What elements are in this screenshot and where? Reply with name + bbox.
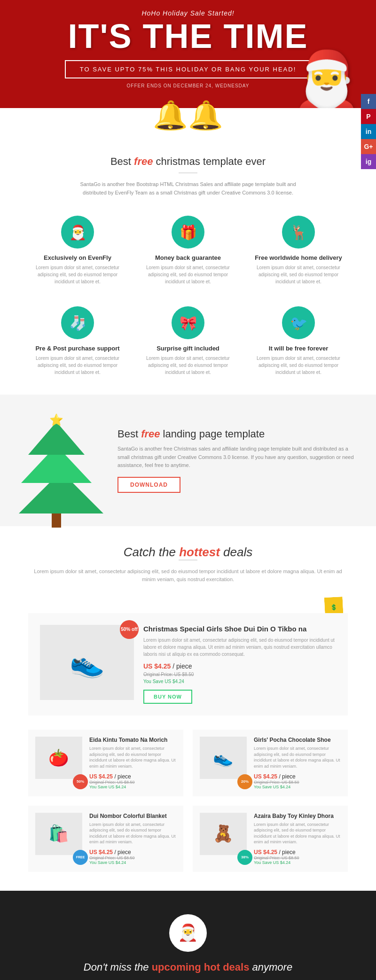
featured-discount-badge: 50% off: [120, 620, 139, 639]
feature-item-5: 🎀 Surprise gift included Lorem ipsum dol…: [139, 302, 237, 381]
feature-title-4: Pre & Post purchase support: [33, 345, 122, 352]
landing-title: Best free landing page template: [118, 428, 357, 440]
product-4-image: 🧸: [200, 813, 247, 855]
product-2-details: Girls' Pocha Chocolate Shoe Lorem ipsum …: [254, 737, 341, 789]
christmas-tree-container: ⭐: [19, 413, 103, 507]
product-card-2: 👟 20% Girls' Pocha Chocolate Shoe Lorem …: [193, 730, 348, 796]
feature-icon-money: 🎁: [172, 216, 204, 249]
buy-now-button[interactable]: BUY NOW: [143, 690, 192, 704]
bell-icon: 🔔🔔: [153, 100, 223, 131]
feature-icon-surprise: 🎀: [172, 306, 204, 339]
feature-title-5: Surprise gift included: [143, 345, 233, 352]
product-4-name: Azaira Baby Toy Kinley Dhora: [254, 813, 341, 819]
featured-product-price: US $4.25 / piece: [143, 662, 336, 670]
feature-icon-exclusively: 🎅: [61, 216, 94, 249]
featured-product-image: 👟: [40, 625, 134, 700]
newsletter-section: 🎅 Don't miss the upcoming hot deals anym…: [0, 891, 376, 980]
social-sidebar: f P in G+ ig: [361, 94, 376, 169]
feature-desc-5: Lorem ipsum dolor sit amet, consectetur …: [143, 355, 233, 376]
feature-desc-1: Lorem ipsum dolor sit amet, consectetur …: [33, 264, 122, 285]
product-4-savings: You Save US $4.24: [254, 860, 341, 865]
landing-description: SantaGo is another free Christmas sales …: [118, 445, 357, 470]
product-3-original: Original Price: US $8.50: [89, 856, 176, 860]
product-4-desc: Lorem ipsum dolor sit amet, consectetur …: [254, 822, 341, 845]
tree-layer-top: [28, 422, 85, 455]
product-1-image: 🍅: [35, 737, 82, 779]
product-card-3: 🛍️ FREE Dui Nombor Colorful Blanket Lore…: [28, 806, 183, 872]
deals-header: Catch the hottest deals Lorem ipsum dolo…: [28, 545, 348, 583]
hero-banner: TO SAVE UPTO 75% THIS HOLIDAY OR BANG YO…: [65, 60, 312, 78]
feature-desc-6: Lorem ipsum dolor sit amet, consectetur …: [254, 355, 343, 376]
featured-product-details: Christmas Special Girls Shoe Dui Din O T…: [143, 625, 336, 704]
feature-item-1: 🎅 Exclusively on EvenFly Lorem ipsum dol…: [28, 211, 127, 290]
feature-title-2: Money back guarantee: [143, 254, 233, 261]
product-4-price: US $4.25 / piece: [254, 849, 341, 856]
product-3-savings: You Save US $4.24: [89, 860, 176, 865]
product-2-image: 👟: [200, 737, 247, 779]
product-card-4: 🧸 38% Azaira Baby Toy Kinley Dhora Lorem…: [193, 806, 348, 872]
feature-item-4: 🧦 Pre & Post purchase support Lorem ipsu…: [28, 302, 127, 381]
social-googleplus-button[interactable]: G+: [361, 139, 376, 154]
bells-decoration: 🔔🔔: [0, 99, 376, 132]
product-2-desc: Lorem ipsum dolor sit amet, consectetur …: [254, 746, 341, 769]
feature-icon-free: 🐦: [282, 306, 315, 339]
featured-product-desc: Lorem ipsum dolor sit amet, consectetur …: [143, 637, 336, 658]
product-2-badge: 20%: [237, 774, 252, 789]
feature-item-3: 🦌 Free worldwide home delivery Lorem ips…: [249, 211, 348, 290]
product-4-original: Original Price: US $8.50: [254, 856, 341, 860]
product-2-savings: You Save US $4.24: [254, 785, 341, 789]
featured-product-savings: You Save US $4.24: [143, 679, 336, 684]
hero-section: HoHo Holiday Sale Started! IT'S THE TIME…: [0, 0, 376, 108]
featured-product: 👟 50% off Christmas Special Girls Shoe D…: [28, 613, 348, 716]
product-card-1: 🍅 50% Eida Kintu Tomato Na Morich Lorem …: [28, 730, 183, 796]
feature-item-2: 🎁 Money back guarantee Lorem ipsum dolor…: [139, 211, 237, 290]
product-4-badge: 38%: [237, 850, 252, 865]
tree-star: ⭐: [19, 413, 94, 427]
hero-subtitle: HoHo Holiday Sale Started!: [19, 9, 357, 17]
featured-product-original: Original Price: US $8.50: [143, 672, 336, 677]
product-1-name: Eida Kintu Tomato Na Morich: [89, 737, 176, 743]
product-1-original: Original Price: US $8.50: [89, 780, 176, 785]
feature-title-1: Exclusively on EvenFly: [33, 254, 122, 261]
newsletter-santa: 🎅: [169, 914, 207, 952]
featured-product-name: Christmas Special Girls Shoe Dui Din O T…: [143, 625, 336, 633]
product-4-details: Azaira Baby Toy Kinley Dhora Lorem ipsum…: [254, 813, 341, 865]
christmas-tree: ⭐: [19, 413, 94, 507]
features-description: SantaGo is another free Bootstrap HTML C…: [70, 180, 306, 197]
deals-subtitle: Lorem ipsum dolor sit amet, consectetur …: [28, 568, 348, 583]
feature-desc-4: Lorem ipsum dolor sit amet, consectetur …: [33, 355, 122, 376]
social-instagram-button[interactable]: ig: [361, 154, 376, 169]
product-3-desc: Lorem ipsum dolor sit amet, consectetur …: [89, 822, 176, 845]
download-button[interactable]: DOWNLOAD: [118, 477, 180, 493]
deals-divider: [179, 560, 197, 560]
product-2-price: US $4.25 / piece: [254, 773, 341, 780]
product-3-price: US $4.25 / piece: [89, 849, 176, 856]
product-1-savings: You Save US $4.24: [89, 785, 176, 789]
tree-trunk: [52, 513, 61, 528]
landing-content: Best free landing page template SantaGo …: [118, 428, 357, 493]
product-1-details: Eida Kintu Tomato Na Morich Lorem ipsum …: [89, 737, 176, 789]
social-pinterest-button[interactable]: P: [361, 109, 376, 124]
product-3-details: Dui Nombor Colorful Blanket Lorem ipsum …: [89, 813, 176, 865]
social-linkedin-button[interactable]: in: [361, 124, 376, 139]
title-divider: [179, 172, 197, 173]
feature-icon-delivery: 🦌: [282, 216, 315, 249]
product-2-original: Original Price: US $8.50: [254, 780, 341, 785]
features-title: Best free christmas template ever: [28, 156, 348, 168]
product-3-image: 🛍️: [35, 813, 82, 855]
deals-section: Catch the hottest deals Lorem ipsum dolo…: [0, 526, 376, 891]
feature-desc-3: Lorem ipsum dolor sit amet, consectetur …: [254, 264, 343, 285]
features-section: Best free christmas template ever SantaG…: [0, 137, 376, 395]
feature-icon-support: 🧦: [61, 306, 94, 339]
feature-desc-2: Lorem ipsum dolor sit amet, consectetur …: [143, 264, 233, 285]
product-grid: 🍅 50% Eida Kintu Tomato Na Morich Lorem …: [28, 730, 348, 872]
feature-item-6: 🐦 It will be free forever Lorem ipsum do…: [249, 302, 348, 381]
feature-title-3: Free worldwide home delivery: [254, 254, 343, 261]
product-3-name: Dui Nombor Colorful Blanket: [89, 813, 176, 819]
product-2-name: Girls' Pocha Chocolate Shoe: [254, 737, 341, 743]
social-facebook-button[interactable]: f: [361, 94, 376, 109]
product-1-price: US $4.25 / piece: [89, 773, 176, 780]
product-1-badge: 50%: [73, 774, 88, 789]
newsletter-title: Don't miss the upcoming hot deals anymor…: [38, 961, 338, 973]
landing-section: ⭐ Best free landing page template SantaG…: [0, 395, 376, 526]
